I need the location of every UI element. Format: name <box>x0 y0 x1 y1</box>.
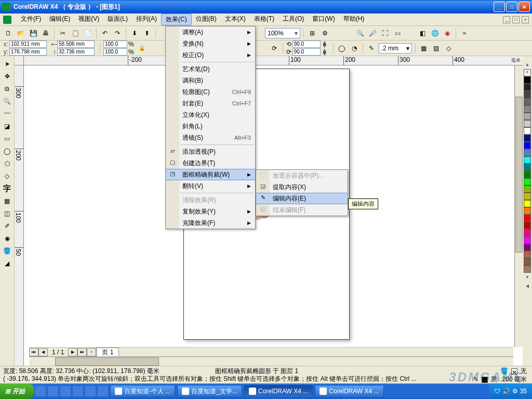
ruler-origin[interactable] <box>15 56 24 65</box>
scale-x-input[interactable]: 100.0 <box>103 41 127 48</box>
scale-y-input[interactable]: 100.0 <box>103 48 127 56</box>
rotate-icon[interactable]: ⟳ <box>269 43 280 54</box>
palette-up-icon[interactable]: ▲ <box>525 62 529 67</box>
color-swatch[interactable] <box>524 265 531 273</box>
table-tool[interactable]: ▦ <box>2 195 13 207</box>
menu-item[interactable]: 复制效果(Y)▶ <box>166 206 255 217</box>
menu-item[interactable]: 克隆效果(F)▶ <box>166 217 255 229</box>
crop-tool[interactable]: ⧉ <box>2 83 13 95</box>
quick-launch-qq[interactable] <box>60 386 71 396</box>
color-swatch[interactable] <box>524 120 531 127</box>
zoom-in-icon[interactable]: 🔍 <box>355 28 365 38</box>
submenu-item[interactable]: ✎编辑内容(E) <box>256 193 348 204</box>
menu-1[interactable]: 编辑(E) <box>45 14 74 25</box>
new-button[interactable]: 🗋 <box>3 28 14 38</box>
redo-button[interactable]: ↷ <box>112 28 123 38</box>
color-swatch[interactable] <box>524 127 531 135</box>
menu-3[interactable]: 版面(L) <box>103 14 132 25</box>
color-swatch[interactable] <box>524 84 531 91</box>
smart-fill-tool[interactable]: ◪ <box>2 121 13 132</box>
menu-7[interactable]: 文本(X) <box>221 14 250 25</box>
quick-launch-ie[interactable] <box>35 386 46 396</box>
menu-item[interactable]: 翻转(V)▶ <box>166 180 255 192</box>
eyedropper-tool[interactable]: ✐ <box>2 220 13 232</box>
options-button[interactable]: ⚙ <box>320 28 330 38</box>
text-tool[interactable]: 字 <box>2 183 13 194</box>
palette-flyout-icon[interactable]: ◀ <box>526 284 529 288</box>
menu-2[interactable]: 视图(V) <box>74 14 103 25</box>
color-swatch[interactable] <box>524 251 531 258</box>
horizontal-scrollbar[interactable] <box>29 356 513 366</box>
zoom-combo[interactable]: 100% ▾ <box>265 28 300 38</box>
menu-item[interactable]: ▢创建边界(T) <box>166 157 255 169</box>
color-swatch[interactable] <box>524 91 531 98</box>
color-swatch[interactable] <box>524 178 531 185</box>
snap-button[interactable]: ⊞ <box>307 28 317 38</box>
zoom-page-icon[interactable]: ▭ <box>392 28 403 38</box>
x-input[interactable]: 102.911 mm <box>9 41 47 48</box>
menu-10[interactable]: 窗口(W) <box>308 14 339 25</box>
menu-item[interactable]: 艺术笔(D) <box>166 63 255 75</box>
menu-9[interactable]: 工具(O) <box>278 14 308 25</box>
menu-8[interactable]: 表格(T) <box>250 14 278 25</box>
outline-tool[interactable]: ◉ <box>2 233 13 244</box>
angle1-input[interactable]: 90.0 <box>292 41 321 48</box>
cut-button[interactable]: ✂ <box>58 28 68 38</box>
quick-launch-5[interactable] <box>85 386 96 396</box>
launcher-button[interactable]: ◧ <box>417 28 428 38</box>
menu-item[interactable]: 调整(A)▶ <box>166 26 255 38</box>
color-swatch[interactable] <box>524 193 531 200</box>
color-swatch[interactable] <box>524 258 531 265</box>
system-tray[interactable]: 🛡🔊⚙ 35 <box>489 383 532 399</box>
fill-swatch[interactable]: ✕ <box>511 368 517 375</box>
color-swatch[interactable] <box>524 156 531 164</box>
mdi-restore[interactable]: □ <box>512 16 520 23</box>
color-swatch[interactable] <box>524 229 531 236</box>
close-button[interactable]: ✕ <box>518 2 530 12</box>
color-swatch[interactable] <box>524 135 531 142</box>
open-button[interactable]: 📂 <box>16 28 26 38</box>
menu-5[interactable]: 效果(C) <box>161 14 192 25</box>
taskbar-button[interactable]: CorelDRAW X4 ... <box>244 385 313 397</box>
outline-width-combo[interactable]: .2 mm ▾ <box>379 43 412 54</box>
print-button[interactable]: 🖶 <box>41 28 51 38</box>
menu-item[interactable]: 斜角(L) <box>166 121 255 132</box>
outline-swatch[interactable] <box>482 377 488 383</box>
zoom-tool[interactable]: 🔍 <box>2 96 13 107</box>
minimize-button[interactable]: _ <box>494 2 505 12</box>
undo-button[interactable]: ↶ <box>100 28 110 38</box>
menu-item[interactable]: 校正(O)▶ <box>166 49 255 61</box>
interactive-fill-tool[interactable]: ◢ <box>2 258 13 269</box>
color-swatch[interactable] <box>524 236 531 244</box>
interactive-tool[interactable]: ◫ <box>2 208 13 219</box>
ellipse-icon[interactable]: ◯ <box>337 43 347 54</box>
horizontal-ruler[interactable]: 毫米 -200-1000100200300400 <box>24 56 523 65</box>
next-page-button[interactable]: ▶ <box>68 348 77 356</box>
menu-item[interactable]: ◳图框精确剪裁(W)▶ <box>166 169 255 180</box>
polygon-tool[interactable]: ⬠ <box>2 158 13 169</box>
color-swatch[interactable] <box>524 185 531 193</box>
color-swatch[interactable] <box>524 105 531 113</box>
basic-shapes-tool[interactable]: ◇ <box>2 170 13 182</box>
export-button[interactable]: ⬆ <box>142 28 152 38</box>
freehand-tool[interactable]: 〰 <box>2 108 13 119</box>
taskbar-button[interactable]: 百度知道-个人 ... <box>110 385 175 397</box>
pie-icon[interactable]: ◔ <box>349 43 360 54</box>
first-page-button[interactable]: ⏮ <box>29 348 38 356</box>
angle2-input[interactable]: 90.0 <box>292 48 321 56</box>
color-swatch[interactable] <box>524 142 531 149</box>
start-button[interactable]: ⊞开始 <box>0 383 34 399</box>
width-input[interactable]: 58.506 mm <box>57 41 95 48</box>
add-page-button[interactable]: + <box>87 348 96 356</box>
no-color-swatch[interactable] <box>524 69 531 76</box>
color-swatch[interactable] <box>524 171 531 178</box>
color-swatch[interactable] <box>524 98 531 105</box>
web-button[interactable]: 🌐 <box>430 28 440 38</box>
mdi-minimize[interactable]: _ <box>503 16 510 23</box>
menu-item[interactable]: 立体化(X) <box>166 109 255 121</box>
menu-11[interactable]: 帮助(H) <box>339 14 369 25</box>
quick-launch-desktop[interactable] <box>48 386 58 396</box>
height-input[interactable]: 32.736 mm <box>57 48 95 56</box>
prev-page-button[interactable]: ◀ <box>38 348 48 356</box>
rectangle-tool[interactable]: ▭ <box>2 133 13 144</box>
